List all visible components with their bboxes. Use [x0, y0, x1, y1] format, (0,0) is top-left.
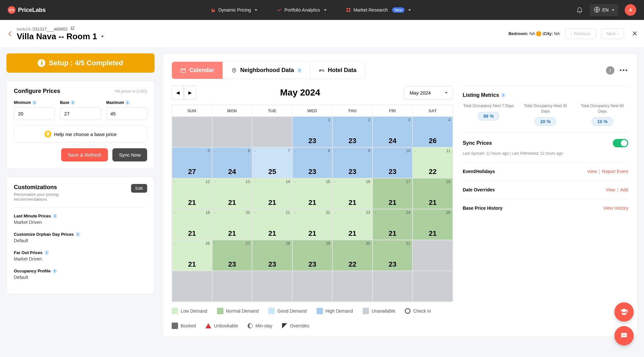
education-float-button[interactable]: [614, 302, 634, 322]
info-icon[interactable]: i: [52, 269, 57, 273]
help-icon[interactable]: i: [606, 66, 614, 75]
right-panel: Calendar Neighborhood Data i Hotel Data: [162, 53, 638, 337]
month-select[interactable]: May 2024: [404, 86, 453, 100]
minimum-field: Minimumi: [14, 100, 55, 120]
calendar-day: [212, 271, 252, 302]
previous-button[interactable]: ‹Previous: [565, 28, 596, 39]
chat-float-button[interactable]: [614, 326, 634, 345]
calendar-day[interactable]: -1721: [373, 178, 413, 209]
calendar-day[interactable]: -624: [212, 147, 252, 178]
info-icon[interactable]: i: [501, 93, 506, 97]
more-icon[interactable]: •••: [620, 67, 628, 74]
overrides-add-link[interactable]: Add: [620, 187, 628, 192]
breadcrumb[interactable]: beds24 /231317___489852: [17, 26, 104, 32]
calendar-day[interactable]: -1421: [252, 178, 292, 209]
info-icon[interactable]: i: [44, 251, 49, 255]
nav-portfolio-analytics[interactable]: Portfolio Analytics: [277, 7, 327, 13]
legend-high: High Demand: [317, 308, 353, 314]
calendar-day[interactable]: -823: [292, 147, 333, 178]
next-button[interactable]: Next›: [601, 28, 624, 39]
calendar-day[interactable]: -2621: [172, 240, 212, 271]
view-history-link[interactable]: View History: [603, 206, 628, 211]
corner-icon: [282, 323, 287, 328]
info-icon[interactable]: i: [32, 100, 37, 105]
calendar-day[interactable]: -2321: [332, 209, 373, 240]
next-month-button[interactable]: ▶: [184, 86, 196, 100]
maximum-input[interactable]: [106, 107, 147, 120]
calendar-day[interactable]: -2723: [212, 240, 252, 271]
sync-now-button[interactable]: Sync Now: [112, 148, 147, 161]
overrides-view-link[interactable]: View: [605, 187, 615, 192]
calendar-day[interactable]: -223: [332, 116, 373, 147]
donut-icon: [405, 308, 411, 314]
help-base-button[interactable]: Help me choose a base price: [14, 126, 147, 142]
dow-header: FRI: [373, 105, 413, 116]
nav-center: Dynamic Pricing Portfolio Analytics Mark…: [211, 7, 411, 13]
calendar-day[interactable]: -2421: [373, 209, 413, 240]
close-icon[interactable]: ✕: [632, 30, 638, 38]
info-icon: i: [297, 68, 302, 73]
logo[interactable]: <> PriceLabs: [8, 6, 46, 14]
base-input[interactable]: [60, 107, 101, 120]
tab-calendar[interactable]: Calendar: [172, 62, 223, 79]
calendar-day[interactable]: -3123: [373, 240, 413, 271]
calendar-day[interactable]: -123: [292, 116, 333, 147]
prev-month-button[interactable]: ◀: [172, 86, 184, 100]
calendar-day[interactable]: -2221: [292, 209, 333, 240]
legend-minstay: Min-stay: [248, 323, 272, 329]
avatar-letter: A: [629, 7, 632, 13]
bell-icon[interactable]: [576, 6, 583, 14]
calendar-day[interactable]: -1122: [412, 147, 453, 178]
info-icon[interactable]: i: [76, 232, 80, 237]
svg-rect-2: [346, 10, 348, 12]
info-icon[interactable]: i: [71, 100, 75, 105]
calendar-day[interactable]: -1221: [172, 178, 212, 209]
legend-normal: Normal Demand: [217, 308, 259, 314]
calendar-day[interactable]: -426: [412, 116, 453, 147]
report-event-link[interactable]: Report Event: [602, 169, 628, 174]
external-link-icon[interactable]: [70, 26, 75, 31]
nav-dynamic-pricing[interactable]: Dynamic Pricing: [211, 7, 257, 13]
info-icon: i: [38, 59, 45, 67]
calendar-day[interactable]: -2121: [252, 209, 292, 240]
calendar-day[interactable]: -1621: [332, 178, 373, 209]
calendar-day[interactable]: -1821: [412, 178, 453, 209]
calendar-day: [412, 271, 453, 302]
calendar-day[interactable]: -527: [172, 147, 212, 178]
sync-toggle[interactable]: [613, 139, 628, 147]
calendar-day[interactable]: -2823: [252, 240, 292, 271]
avatar[interactable]: A: [625, 4, 636, 16]
calendar-day[interactable]: -1921: [172, 209, 212, 240]
save-refresh-button[interactable]: Save & Refresh: [61, 148, 108, 161]
base-label: Base: [60, 100, 69, 105]
chevron-down-icon: [101, 36, 104, 37]
calendar-day[interactable]: -923: [332, 147, 373, 178]
base-price-history-row: Base Price History View History: [463, 199, 628, 217]
setup-banner[interactable]: i Setup : 4/5 Completed: [6, 53, 155, 73]
sync-prices-label: Sync Prices: [463, 140, 492, 146]
language-selector[interactable]: EN: [590, 4, 618, 16]
legend-checkin: Check In: [405, 308, 431, 314]
listing-title[interactable]: Villa Nava -- Room 1: [17, 32, 104, 41]
calendar-day[interactable]: -3022: [332, 240, 373, 271]
edit-button[interactable]: Edit: [131, 184, 147, 193]
calendar-day[interactable]: -2923: [292, 240, 333, 271]
tab-neighborhood[interactable]: Neighborhood Data i: [223, 62, 310, 79]
nav-market-research[interactable]: Market Research New: [346, 7, 411, 13]
calendar-day[interactable]: -1521: [292, 178, 333, 209]
svg-rect-5: [181, 69, 185, 72]
calendar-day[interactable]: -2021: [212, 209, 252, 240]
calendar-day[interactable]: -2521: [412, 209, 453, 240]
back-arrow-icon[interactable]: [6, 30, 14, 38]
breadcrumb-wrap: beds24 /231317___489852 Villa Nava -- Ro…: [17, 26, 104, 41]
minimum-input[interactable]: [14, 107, 55, 120]
events-view-link[interactable]: View: [587, 169, 597, 174]
calendar-day[interactable]: -1321: [212, 178, 252, 209]
calendar-day[interactable]: -324: [373, 116, 413, 147]
calendar-day[interactable]: -1023: [373, 147, 413, 178]
min-label: Minimum: [14, 100, 31, 105]
info-icon[interactable]: i: [53, 214, 57, 218]
info-icon[interactable]: i: [125, 100, 130, 105]
calendar-day[interactable]: -725: [252, 147, 292, 178]
tab-hotel[interactable]: Hotel Data: [310, 62, 365, 79]
